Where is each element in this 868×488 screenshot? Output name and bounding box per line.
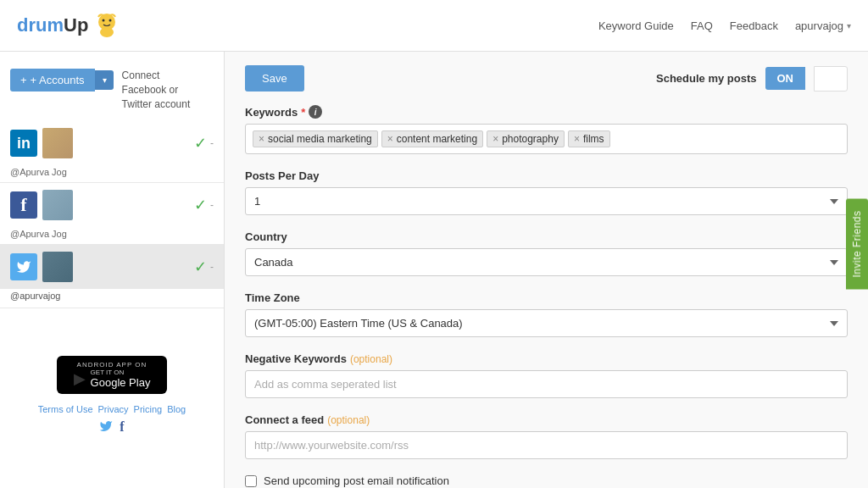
caret-icon: ▾ xyxy=(103,75,107,85)
account-facebook-wrapper: f ✓ - @Apurva Jog xyxy=(0,183,224,245)
linkedin-dash: - xyxy=(210,137,214,149)
invite-friends-tab[interactable]: Invite Friends xyxy=(846,198,868,289)
timezone-section: Time Zone (GMT-05:00) Eastern Time (US &… xyxy=(245,291,848,337)
privacy-link[interactable]: Privacy xyxy=(98,404,129,414)
blog-link[interactable]: Blog xyxy=(167,404,186,414)
account-linkedin-wrapper: in ✓ - @Apurva Jog xyxy=(0,121,224,183)
email-notification-label: Send upcoming post email notification xyxy=(264,474,449,487)
add-accounts-button[interactable]: + + Accounts xyxy=(10,69,95,92)
linkedin-avatar xyxy=(42,128,73,158)
keyword-tag: ×photography xyxy=(487,130,565,147)
negative-keywords-input[interactable] xyxy=(245,370,848,398)
add-accounts-plus: + xyxy=(20,74,27,86)
account-row-linkedin[interactable]: in ✓ - xyxy=(0,121,224,165)
faq-link[interactable]: FAQ xyxy=(691,19,713,32)
keywords-label: Keywords * i xyxy=(245,105,848,119)
google-play-name: GET IT ON Google Play xyxy=(91,369,151,389)
keyword-tag: ×content marketing xyxy=(381,130,483,147)
connect-feed-optional: (optional) xyxy=(327,414,370,426)
sidebar: + + Accounts ▾ Connect Facebook or Twitt… xyxy=(0,52,225,488)
sidebar-social-links: f xyxy=(10,419,214,436)
add-accounts-label: + Accounts xyxy=(31,74,85,86)
svg-point-3 xyxy=(109,19,112,22)
linkedin-account-name: @Apurva Jog xyxy=(0,165,224,182)
facebook-dash: - xyxy=(210,199,214,211)
email-notification-checkbox[interactable] xyxy=(245,475,257,487)
sidebar-links: Terms of Use Privacy Pricing Blog xyxy=(10,404,214,414)
negative-keywords-label: Negative Keywords (optional) xyxy=(245,352,848,365)
logo-mascot-icon xyxy=(92,10,122,41)
facebook-account-name: @Apurva Jog xyxy=(0,227,224,244)
negative-keywords-section: Negative Keywords (optional) xyxy=(245,352,848,398)
schedule-label: Schedule my posts xyxy=(656,72,756,85)
top-bar: Save Schedule my posts ON xyxy=(245,65,848,92)
schedule-control: Schedule my posts ON xyxy=(656,66,848,92)
timezone-label: Time Zone xyxy=(245,291,848,304)
twitter-dash: - xyxy=(210,261,214,273)
twitter-check-icon: ✓ xyxy=(194,258,207,276)
user-menu-chevron: ▾ xyxy=(847,21,851,30)
country-select[interactable]: CanadaUnited StatesUnited KingdomAustral… xyxy=(245,248,848,276)
posts-per-day-label: Posts Per Day xyxy=(245,169,848,182)
keyword-guide-link[interactable]: Keyword Guide xyxy=(598,19,674,32)
connect-feed-section: Connect a feed (optional) xyxy=(245,413,848,459)
logo: drumUp xyxy=(17,10,122,41)
logo-drum: drum xyxy=(17,14,64,36)
keyword-tag: ×films xyxy=(568,130,610,147)
sidebar-footer: ANDROID APP ON ▶ GET IT ON Google Play T… xyxy=(0,342,224,443)
twitter-icon xyxy=(10,253,37,280)
feedback-link[interactable]: Feedback xyxy=(730,19,778,32)
account-row-facebook[interactable]: f ✓ - xyxy=(0,183,224,227)
pricing-link[interactable]: Pricing xyxy=(134,404,163,414)
schedule-toggle-on[interactable]: ON xyxy=(765,67,806,90)
main-content: Save Schedule my posts ON Keywords * i ×… xyxy=(225,52,868,488)
timezone-select[interactable]: (GMT-05:00) Eastern Time (US & Canada)(G… xyxy=(245,309,848,337)
keywords-section: Keywords * i ×social media marketing×con… xyxy=(245,105,848,154)
keyword-remove-icon[interactable]: × xyxy=(259,134,264,144)
connect-feed-input[interactable] xyxy=(245,431,848,459)
svg-point-2 xyxy=(103,19,105,22)
keyword-tag: ×social media marketing xyxy=(253,130,378,147)
email-notification-section: Send upcoming post email notification xyxy=(245,474,848,487)
facebook-check-icon: ✓ xyxy=(194,196,207,214)
posts-per-day-section: Posts Per Day 12345 xyxy=(245,169,848,215)
account-row-twitter[interactable]: ✓ - xyxy=(0,245,224,289)
google-play-badge[interactable]: ANDROID APP ON ▶ GET IT ON Google Play xyxy=(57,356,167,394)
keyword-remove-icon[interactable]: × xyxy=(574,134,580,144)
google-play-available-text: ANDROID APP ON xyxy=(77,361,147,369)
header: drumUp Keyword Guide FAQ Feedback apurva… xyxy=(0,0,868,52)
twitter-social-icon[interactable] xyxy=(99,419,113,436)
logo-up: Up xyxy=(64,14,88,36)
user-name: apurvajog xyxy=(795,19,843,32)
app-layout: + + Accounts ▾ Connect Facebook or Twitt… xyxy=(0,52,868,488)
save-button[interactable]: Save xyxy=(245,65,304,92)
twitter-account-name: @apurvajog xyxy=(0,289,224,308)
twitter-avatar xyxy=(42,252,73,282)
connect-feed-label: Connect a feed (optional) xyxy=(245,413,848,426)
facebook-social-icon[interactable]: f xyxy=(120,419,124,436)
country-label: Country xyxy=(245,230,848,243)
facebook-avatar xyxy=(42,190,73,220)
linkedin-check-icon: ✓ xyxy=(194,134,207,152)
google-play-logo-icon: ▶ xyxy=(74,369,86,388)
keyword-remove-icon[interactable]: × xyxy=(387,134,393,144)
country-section: Country CanadaUnited StatesUnited Kingdo… xyxy=(245,230,848,276)
add-accounts-caret[interactable]: ▾ xyxy=(95,70,114,90)
facebook-icon: f xyxy=(10,191,37,219)
keywords-info-icon[interactable]: i xyxy=(309,105,322,119)
terms-link[interactable]: Terms of Use xyxy=(38,404,93,414)
linkedin-icon: in xyxy=(10,130,37,157)
email-notification-row: Send upcoming post email notification xyxy=(245,474,848,487)
connect-text: Connect Facebook or Twitter account xyxy=(122,69,191,111)
schedule-toggle-box[interactable] xyxy=(814,66,848,92)
negative-keywords-optional: (optional) xyxy=(350,353,392,365)
user-menu[interactable]: apurvajog ▾ xyxy=(795,19,851,32)
svg-point-1 xyxy=(100,27,114,37)
account-twitter-wrapper: ✓ - @apurvajog xyxy=(0,245,224,308)
keywords-input-box[interactable]: ×social media marketing×content marketin… xyxy=(245,124,848,154)
header-nav: Keyword Guide FAQ Feedback apurvajog ▾ xyxy=(598,19,851,32)
posts-per-day-select[interactable]: 12345 xyxy=(245,187,848,215)
keywords-required: * xyxy=(301,106,305,119)
keyword-remove-icon[interactable]: × xyxy=(492,134,498,144)
